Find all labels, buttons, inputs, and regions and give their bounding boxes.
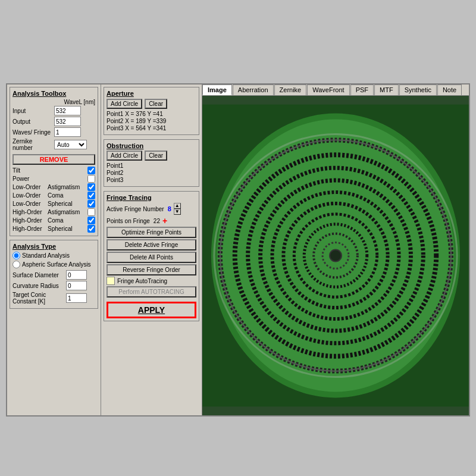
- tab-note[interactable]: Note: [437, 84, 462, 95]
- image-area: [202, 96, 469, 415]
- zernike-label: Zernike number: [12, 138, 54, 151]
- power-label: Power: [12, 176, 29, 182]
- curvature-radius-label: Curvature Radius: [12, 283, 66, 289]
- lo-astig-checkbox[interactable]: [87, 183, 95, 191]
- curvature-radius-field[interactable]: [66, 281, 87, 290]
- input-field[interactable]: [54, 106, 81, 115]
- plus-button[interactable]: +: [162, 216, 167, 226]
- ho-coma-left-label: High-Order: [12, 217, 45, 224]
- ho-astig-right-label: Astigmatism: [48, 209, 80, 215]
- standard-analysis-radio[interactable]: [12, 252, 20, 259]
- analysis-toolbox-title: Analysis Toolbox: [12, 90, 95, 97]
- tab-zernike[interactable]: Zernike: [274, 84, 307, 95]
- tab-image[interactable]: Image: [202, 84, 232, 95]
- waves-fringe-field[interactable]: [54, 127, 81, 137]
- delete-active-fringe-button[interactable]: Delete Active Fringe: [107, 239, 196, 250]
- obstruction-title: Obstruction: [107, 142, 196, 149]
- analysis-type-title: Analysis Type: [12, 243, 95, 250]
- optimize-fringe-button[interactable]: Optimize Fringe Points: [107, 227, 196, 238]
- autotracing-checkbox-box[interactable]: [107, 277, 115, 285]
- tab-mtf[interactable]: MTF: [374, 84, 399, 95]
- target-conic-field[interactable]: [66, 293, 87, 303]
- tab-psf[interactable]: PSF: [350, 84, 374, 95]
- output-label: Output: [12, 118, 54, 125]
- zernike-row: Zernike number Auto 36: [12, 138, 95, 151]
- fringe-image-svg: [202, 96, 469, 415]
- aperture-add-circle-button[interactable]: Add Circle: [107, 99, 142, 109]
- curvature-radius-row: Curvature Radius: [12, 281, 95, 290]
- tab-bar: Image Aberration Zernike WaveFront PSF M…: [202, 84, 469, 96]
- aspheric-analysis-radio[interactable]: [12, 261, 20, 268]
- target-conic-label: Target Conic Constant [K]: [12, 292, 66, 305]
- lo-astig-right-label: Astigmatism: [48, 184, 80, 190]
- lo-spher-left-label: Low-Order: [12, 201, 45, 207]
- power-checkbox[interactable]: [87, 175, 95, 183]
- aperture-point1: Point1 X = 376 Y =41: [107, 111, 196, 117]
- lo-astig-left-label: Low-Order: [12, 184, 45, 190]
- ho-astig-checkbox[interactable]: [87, 208, 95, 216]
- waves-fringe-row: Waves/ Fringe: [12, 127, 95, 137]
- ho-coma-checkbox[interactable]: [87, 217, 95, 224]
- aperture-buttons: Add Circle Clear: [107, 99, 196, 109]
- target-conic-row: Target Conic Constant [K]: [12, 292, 95, 305]
- fringe-up-button[interactable]: ▲: [174, 203, 181, 209]
- aperture-point2: Point2 X = 189 Y =339: [107, 118, 196, 124]
- active-fringe-value: 8: [168, 205, 171, 212]
- fringe-down-button[interactable]: ▼: [174, 209, 181, 215]
- surface-diameter-row: Surface Diameter: [12, 270, 95, 280]
- power-row: Power: [12, 175, 95, 183]
- aperture-box: Aperture Add Circle Clear Point1 X = 376…: [104, 87, 199, 135]
- tab-synthetic[interactable]: Synthetic: [399, 84, 437, 95]
- fringe-tracing-box: Fringe Tracing Active Fringe Number 8 ▲ …: [104, 191, 199, 321]
- tab-aberration[interactable]: Aberration: [233, 84, 274, 95]
- points-on-fringe-value: 22: [154, 218, 160, 224]
- ho-coma-right-label: Coma: [48, 217, 64, 224]
- remove-button[interactable]: REMOVE: [12, 154, 95, 165]
- reverse-fringe-order-button[interactable]: Reverse Fringe Order: [107, 264, 196, 275]
- tab-wavefront[interactable]: WaveFront: [307, 84, 349, 95]
- lo-spherical-row: Low-Order Spherical: [12, 200, 95, 208]
- aspheric-analysis-row: Aspheric Surface Analysis: [12, 261, 95, 268]
- fringe-tracing-title: Fringe Tracing: [107, 194, 196, 201]
- ho-astig-row: High-Order Astigmatism: [12, 208, 95, 216]
- middle-panel: Aperture Add Circle Clear Point1 X = 376…: [101, 84, 202, 415]
- obstruction-point1: Point1: [107, 162, 196, 169]
- wavel-label: WaveL [nm]: [64, 99, 95, 105]
- waves-fringe-label: Waves/ Fringe: [12, 129, 54, 136]
- surface-diameter-label: Surface Diameter: [12, 272, 66, 278]
- autotracing-row: Fringe AutoTracing: [107, 277, 196, 285]
- output-field[interactable]: [54, 117, 81, 126]
- obstruction-point2: Point2: [107, 170, 196, 176]
- lo-spher-checkbox[interactable]: [87, 200, 95, 208]
- lo-astig-row: Low-Order Astigmatism: [12, 183, 95, 191]
- obstruction-point3: Point3: [107, 177, 196, 183]
- tilt-label: Tilt: [12, 167, 20, 174]
- surface-diameter-field[interactable]: [66, 270, 87, 280]
- autotracing-label: Fringe AutoTracing: [117, 278, 167, 284]
- tilt-row: Tilt: [12, 167, 95, 174]
- aperture-clear-button[interactable]: Clear: [145, 99, 167, 109]
- perform-autotracing-button[interactable]: Perform AUTOTRACING: [107, 286, 196, 298]
- left-panel: Analysis Toolbox WaveL [nm] Input Output…: [7, 84, 101, 415]
- fringe-arrows: ▲ ▼: [174, 203, 181, 215]
- standard-analysis-row: Standard Analysis: [12, 252, 95, 259]
- wavel-header: WaveL [nm]: [12, 99, 95, 105]
- tilt-checkbox[interactable]: [87, 167, 95, 174]
- ho-spher-left-label: High-Order: [12, 226, 45, 232]
- analysis-toolbox: Analysis Toolbox WaveL [nm] Input Output…: [10, 87, 98, 236]
- obstruction-buttons: Add Circle Clear: [107, 151, 196, 161]
- zernike-select[interactable]: Auto 36: [54, 140, 87, 149]
- lo-coma-left-label: Low-Order: [12, 192, 45, 199]
- delete-all-points-button[interactable]: Delete All Points: [107, 252, 196, 263]
- aperture-point3: Point3 X = 564 Y =341: [107, 125, 196, 131]
- obstruction-clear-button[interactable]: Clear: [145, 151, 167, 161]
- lo-spher-right-label: Spherical: [48, 201, 73, 207]
- app-window: Analysis Toolbox WaveL [nm] Input Output…: [6, 83, 470, 416]
- lo-coma-checkbox[interactable]: [87, 192, 95, 199]
- ho-spher-checkbox[interactable]: [87, 225, 95, 233]
- obstruction-add-circle-button[interactable]: Add Circle: [107, 151, 142, 161]
- apply-button[interactable]: APPLY: [107, 302, 196, 318]
- obstruction-box: Obstruction Add Circle Clear Point1 Poin…: [104, 139, 199, 187]
- aperture-title: Aperture: [107, 90, 196, 97]
- output-row: Output: [12, 117, 95, 126]
